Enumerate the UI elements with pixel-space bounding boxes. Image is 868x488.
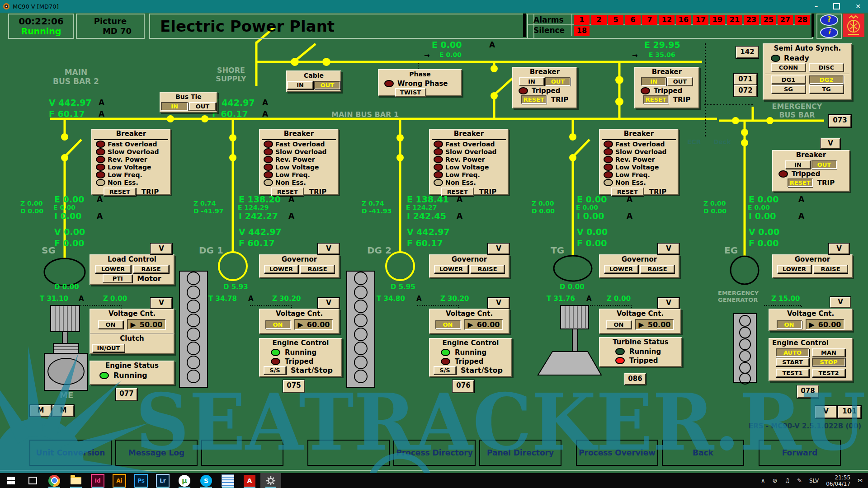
alarm-tag[interactable]: 5 [608,15,623,25]
me-m-button-1[interactable]: M [30,405,52,417]
tag-071[interactable]: 071 [734,74,757,85]
taskbar-document-icon[interactable] [217,473,239,488]
nav-forward-button[interactable]: Forward [759,440,841,466]
voltage-setpoint[interactable]: ▶50.00 [127,319,166,330]
tg-governor-v-button[interactable]: V [658,244,679,254]
breaker-out-button[interactable]: OUT [667,77,693,86]
voltage-on-button[interactable]: ON [777,320,802,329]
tray-pen-icon[interactable]: ✎ [797,477,802,484]
shore-power-unit[interactable]: A [489,40,495,49]
taskbar-chrome-icon[interactable] [43,473,65,488]
voltage-on-button[interactable]: ON [435,320,461,329]
dg2-e-unit[interactable]: A [457,195,462,204]
twist-button[interactable]: TWIST [395,88,426,97]
info-button[interactable]: i [820,27,838,38]
taskbar-explorer-icon[interactable] [65,473,87,488]
tg-e-unit[interactable]: A [627,195,632,204]
governor-raise-button[interactable]: RAISE [813,265,848,273]
dg1-voltage-v-button[interactable]: V [318,298,340,309]
alarm-tag[interactable]: 17 [693,15,708,25]
dg1-t-unit[interactable]: A [248,295,254,303]
alarm-tag[interactable]: 16 [676,15,691,25]
breaker-out-button[interactable]: OUT [811,160,837,169]
alarm-tag[interactable]: 27 [778,15,793,25]
taskbar-illustrator-icon[interactable]: Ai [108,473,130,488]
help-button[interactable]: ? [820,14,838,26]
tag-078[interactable]: 078 [797,385,819,398]
cable-in-button[interactable]: IN [287,81,313,89]
breaker-trip-button[interactable]: TRIP [142,188,159,196]
tag-076[interactable]: 076 [453,380,474,393]
breaker-trip-button[interactable]: TRIP [479,188,496,196]
nav-process-overview-button[interactable]: Process Overview [576,440,658,466]
taskbar-utorrent-icon[interactable]: µ [174,473,195,488]
tg-i-unit[interactable]: A [627,211,632,221]
sas-dg2-button[interactable]: DG2 [809,75,844,84]
tg-t-unit[interactable]: A [586,295,592,303]
alarm-tag[interactable]: 23 [744,15,759,25]
sg-t-unit[interactable]: A [79,295,84,303]
governor-raise-button[interactable]: RAISE [640,265,675,273]
eg-e-unit[interactable]: A [798,195,804,204]
taskbar-photoshop-icon[interactable]: Ps [130,473,152,488]
alarm-tag[interactable]: 28 [795,15,810,25]
sas-dg1-button[interactable]: DG1 [771,75,806,84]
task-view-button[interactable] [22,473,43,488]
alarm-tag[interactable]: 1 [574,15,590,25]
breaker-trip-button[interactable]: TRIP [309,188,326,196]
dg1-e-unit[interactable]: A [288,195,294,204]
dg2-t-unit[interactable]: A [416,295,422,303]
breaker-trip-button[interactable]: TRIP [649,188,666,196]
breaker-in-button[interactable]: IN [519,77,544,86]
load-raise-button[interactable]: RAISE [133,265,169,273]
sg-e-unit[interactable]: A [97,195,103,204]
breaker-reset-button[interactable]: RESET [521,95,547,104]
minimize-button[interactable]: – [815,2,818,10]
bus-tie-out-button[interactable]: OUT [189,102,216,111]
test2-button[interactable]: TEST2 [812,369,845,377]
dg1-governor-v-button[interactable]: V [318,244,340,254]
sas-disc-button[interactable]: DISC [809,63,844,72]
load-lower-button[interactable]: LOWER [95,265,131,273]
start-stop-button[interactable]: S/S [434,366,456,375]
test1-button[interactable]: TEST1 [776,369,809,377]
silence-label[interactable]: Silence [533,26,565,35]
voltage-on-button[interactable]: ON [265,320,291,329]
start-stop-button[interactable]: S/S [264,366,286,375]
taskbar-skype-icon[interactable]: S [195,473,217,488]
alarm-tag[interactable]: 7 [642,15,657,25]
tray-language[interactable]: SLV [809,478,819,484]
breaker-trip-button[interactable]: TRIP [551,96,568,104]
bus1-voltage-unit[interactable]: A [262,98,268,107]
start-button[interactable]: START [776,358,809,366]
breaker-in-button[interactable]: IN [785,160,811,169]
cable-out-button[interactable]: OUT [314,81,340,89]
voltage-setpoint[interactable]: ▶60.00 [464,319,504,330]
alarm-tag[interactable]: 6 [625,15,641,25]
sas-sg-button[interactable]: SG [771,85,806,94]
breaker-reset-button[interactable]: RESET [643,95,669,104]
breaker-trip-button[interactable]: TRIP [817,179,835,187]
dg2-governor-v-button[interactable]: V [488,244,509,254]
tg-voltage-v-button[interactable]: V [658,298,679,309]
tray-notification-icon[interactable]: ✉ [858,477,863,484]
voltage-on-button[interactable]: ON [606,320,632,329]
tray-show-hidden-icon[interactable]: ∧ [761,477,765,484]
nav-message-log-button[interactable]: Message Log [115,440,198,466]
governor-lower-button[interactable]: LOWER [777,265,811,273]
sas-conn-button[interactable]: CONN [771,63,806,72]
alarm-tag[interactable]: 12 [659,15,675,25]
governor-lower-button[interactable]: LOWER [434,265,468,273]
governor-lower-button[interactable]: LOWER [604,265,638,273]
voltage-setpoint[interactable]: ▶50.00 [635,319,675,330]
alarm-tag[interactable]: 25 [761,15,776,25]
voltage-on-button[interactable]: ON [98,320,123,329]
tag-086[interactable]: 086 [624,373,646,385]
breaker-in-button[interactable]: IN [641,77,666,86]
tag-073[interactable]: 073 [829,115,851,127]
eg-voltage-v-button[interactable]: V [830,297,851,308]
breaker-trip-button[interactable]: TRIP [673,96,690,104]
dg1-i-unit[interactable]: A [288,211,294,221]
nav-back-button[interactable]: Back [662,440,744,466]
voltage-setpoint[interactable]: ▶60.00 [806,319,845,330]
